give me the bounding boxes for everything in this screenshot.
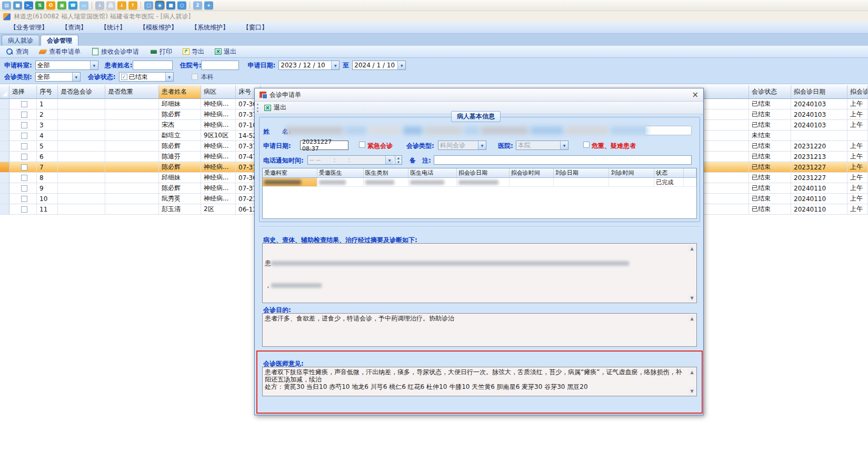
scroll-up-icon[interactable]: ▲ — [688, 368, 696, 376]
download-box-icon[interactable]: ↓ — [117, 1, 126, 9]
chevron-down-icon[interactable]: ▼ — [331, 61, 339, 69]
apply-date-value[interactable]: 20231227 08:37 — [300, 141, 348, 150]
apply-dept-select[interactable]: 全部 ▼ — [35, 61, 98, 70]
menu-item-system-maintenance[interactable]: 【系统维护】 — [184, 22, 236, 33]
view-application-button[interactable]: 查看申请单 — [37, 47, 82, 57]
scroll-down-icon[interactable]: ▼ — [688, 294, 696, 302]
opinion-textarea[interactable]: 患者双下肢痉挛性瘫痪，声音低微，汗出纳差，痰多，导尿状态，大便日行一次。脉弦大，… — [262, 367, 697, 396]
history-textarea[interactable]: 患 ， — [262, 243, 697, 303]
invite-column-header[interactable]: 到诊日期 — [554, 168, 610, 178]
copy-window-icon[interactable]: 2 — [193, 1, 202, 9]
keyboard-window-icon[interactable]: ▤ — [2, 1, 11, 9]
column-header-patient-name[interactable]: 患者姓名 — [159, 85, 201, 99]
purpose-textarea[interactable]: 患者汗多、食欲差，进食少，特请会诊，予中药调理治疗。协助诊治 — [262, 313, 697, 347]
chevron-down-icon[interactable]: ▼ — [478, 141, 486, 149]
console-icon[interactable]: >_ — [24, 1, 33, 9]
status-checked-checkbox[interactable] — [121, 74, 127, 80]
chevron-down-icon[interactable]: ▼ — [397, 61, 405, 69]
column-header-urgent[interactable]: 是否急会诊 — [58, 85, 105, 99]
scroll-up-icon[interactable]: ▲ — [688, 245, 696, 252]
dialog-exit-button[interactable]: 退出 — [261, 103, 290, 113]
menu-item-window[interactable]: 【窗口】 — [236, 22, 275, 33]
chevron-down-icon[interactable]: ▼ — [72, 73, 80, 81]
chevron-down-icon[interactable]: ▼ — [560, 141, 568, 149]
column-header-critical[interactable]: 是否危重 — [105, 85, 159, 99]
expand-circle-icon[interactable]: ○ — [177, 1, 186, 9]
solid-panel-icon[interactable]: ■ — [166, 1, 175, 9]
scroll-up-icon[interactable]: ▲ — [688, 315, 696, 322]
query-button[interactable]: 查询 — [4, 47, 30, 57]
print-button[interactable]: 打印 — [148, 47, 174, 57]
outlook-icon[interactable]: O — [46, 1, 55, 9]
invite-column-header[interactable]: 到诊时间 — [609, 168, 654, 178]
column-header-seq[interactable]: 序号 — [37, 85, 58, 99]
phone-notify-time-picker[interactable]: -- -- : : ▼ ▲▼ — [307, 155, 402, 165]
invite-column-header[interactable]: 拟会诊时间 — [510, 168, 554, 178]
row-checkbox[interactable] — [21, 101, 27, 107]
same-dept-checkbox[interactable] — [192, 74, 198, 80]
row-checkbox[interactable] — [21, 122, 27, 128]
date-from-picker[interactable]: 2023 / 12 / 10 ▼ — [278, 61, 340, 70]
time-spinner[interactable]: ▲▼ — [395, 156, 402, 164]
chevron-down-icon[interactable]: ▼ — [385, 156, 393, 164]
invite-column-header[interactable]: 受邀科室 — [263, 168, 317, 178]
row-checkbox[interactable] — [21, 112, 27, 118]
consultation-type-select[interactable]: 全部 ▼ — [35, 72, 81, 82]
menu-item-statistics[interactable]: 【统计】 — [94, 22, 133, 33]
row-checkbox[interactable] — [21, 175, 27, 181]
dialog-close-button[interactable]: × — [692, 91, 699, 99]
patient-name-input[interactable] — [133, 61, 173, 70]
invite-column-header[interactable]: 拟会诊日期 — [457, 168, 510, 178]
column-header-status[interactable]: 会诊状态 — [749, 85, 791, 99]
message-bubble-icon[interactable]: ▭ — [79, 1, 88, 9]
row-checkbox[interactable] — [21, 206, 27, 213]
tools-icon[interactable]: + — [204, 1, 213, 9]
import-box-icon[interactable]: ↓ — [95, 1, 104, 9]
receive-application-button[interactable]: 接收会诊申请 — [89, 47, 141, 57]
column-header-planned-time[interactable]: 拟会诊 — [847, 85, 868, 99]
column-header-planned-date[interactable]: 拟会诊日期 — [791, 85, 847, 99]
invite-column-header[interactable]: 医生电话 — [408, 168, 457, 178]
row-checkbox[interactable] — [21, 154, 27, 160]
row-checkbox[interactable] — [21, 164, 27, 171]
panel-icon[interactable]: ▢ — [144, 1, 153, 9]
dialog-titlebar[interactable]: 会诊申请单 × — [255, 88, 703, 102]
invite-table-row[interactable]: 已完成 — [263, 178, 696, 187]
tab-consultation-management[interactable]: 会诊管理 — [41, 35, 78, 46]
invite-column-header[interactable]: 状态 — [654, 168, 684, 178]
invite-column-header[interactable]: 医生类别 — [364, 168, 409, 178]
menu-item-template-maintenance[interactable]: 【模板维护】 — [133, 22, 184, 33]
chat-bubbles-icon[interactable]: ▣ — [57, 1, 66, 9]
fit-window-icon[interactable]: ◈ — [155, 1, 164, 9]
org-chart-icon[interactable]: 品 — [106, 1, 115, 9]
chevron-down-icon[interactable]: ▼ — [90, 61, 98, 69]
admission-no-input[interactable] — [201, 61, 239, 70]
row-checkbox[interactable] — [21, 185, 27, 192]
phone-icon[interactable]: ☎ — [68, 1, 77, 9]
column-header-ward[interactable]: 病区 — [201, 85, 236, 99]
row-checkbox[interactable] — [21, 143, 27, 149]
column-header-select[interactable]: 选择 — [9, 85, 37, 99]
menu-item-business-management[interactable]: 【业务管理】 — [3, 22, 55, 33]
date-to-picker[interactable]: 2024 / 1 / 10 ▼ — [352, 61, 406, 70]
dialog-type-select[interactable]: 科间会诊 ▼ — [438, 141, 486, 150]
monitor-window-icon[interactable]: ■ — [13, 1, 22, 9]
exit-button[interactable]: 退出 — [213, 47, 238, 57]
consultation-status-select[interactable]: 已结束 ▼ — [119, 72, 174, 82]
menu-item-query[interactable]: 【查询】 — [55, 22, 94, 33]
hospital-select[interactable]: 本院 ▼ — [516, 141, 568, 150]
remark-input[interactable] — [434, 155, 692, 165]
urgent-checkbox[interactable] — [359, 142, 365, 148]
critical-checkbox[interactable] — [583, 142, 590, 148]
invite-column-header[interactable]: 受邀医生 — [317, 168, 364, 178]
row-checkbox[interactable] — [21, 196, 27, 202]
receive-icon — [91, 48, 99, 55]
tab-patient-visit[interactable]: 病人就诊 — [2, 35, 39, 46]
export-button[interactable]: 导出 — [181, 47, 206, 57]
column-header-blank — [0, 85, 9, 99]
sync-arrows-icon[interactable]: ⇅ — [35, 1, 44, 9]
row-checkbox[interactable] — [21, 133, 27, 139]
upload-box-icon[interactable]: ↑ — [128, 1, 137, 9]
scroll-down-icon[interactable]: ▼ — [688, 387, 696, 395]
chevron-down-icon[interactable]: ▼ — [165, 73, 173, 81]
